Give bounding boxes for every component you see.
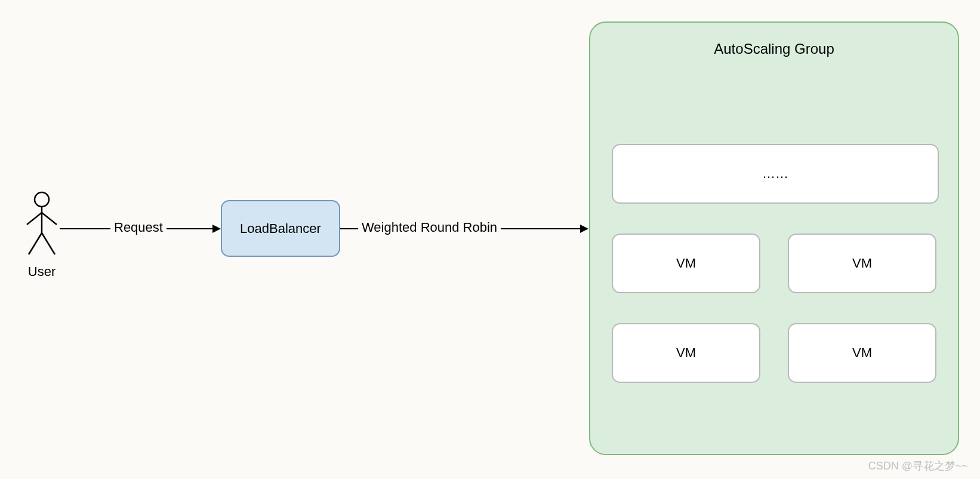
vm-label: VM bbox=[852, 345, 872, 361]
vm-box: VM bbox=[788, 234, 936, 293]
architecture-diagram: User Request LoadBalancer Weighted Round… bbox=[0, 0, 980, 479]
vm-box: VM bbox=[612, 323, 760, 383]
vm-label: VM bbox=[676, 256, 696, 271]
user-icon bbox=[24, 191, 60, 257]
vm-label: VM bbox=[676, 345, 696, 361]
loadbalancer-node: LoadBalancer bbox=[221, 200, 340, 257]
svg-line-5 bbox=[42, 233, 55, 254]
autoscaling-group-container: AutoScaling Group …… VM VM VM VM bbox=[589, 22, 959, 455]
svg-line-4 bbox=[29, 233, 42, 254]
placeholder-label: …… bbox=[762, 166, 788, 182]
vm-row-2: VM VM bbox=[612, 323, 936, 383]
svg-point-0 bbox=[35, 192, 49, 207]
svg-line-2 bbox=[27, 213, 42, 225]
arrow-request-head bbox=[212, 225, 221, 233]
autoscaling-group-title: AutoScaling Group bbox=[612, 41, 936, 57]
loadbalancer-label: LoadBalancer bbox=[240, 221, 321, 237]
placeholder-box: …… bbox=[612, 144, 939, 204]
vm-row-1: VM VM bbox=[612, 234, 936, 293]
svg-line-3 bbox=[42, 213, 57, 225]
arrow-request-label: Request bbox=[110, 220, 167, 235]
arrow-wrr-label: Weighted Round Robin bbox=[358, 220, 501, 235]
user-label: User bbox=[21, 264, 63, 280]
user-actor: User bbox=[21, 191, 63, 280]
vm-box: VM bbox=[788, 323, 936, 383]
vm-box: VM bbox=[612, 234, 760, 293]
watermark-text: CSDN @寻花之梦~~ bbox=[868, 459, 968, 473]
arrow-wrr-head bbox=[580, 225, 588, 233]
vm-label: VM bbox=[852, 256, 872, 271]
